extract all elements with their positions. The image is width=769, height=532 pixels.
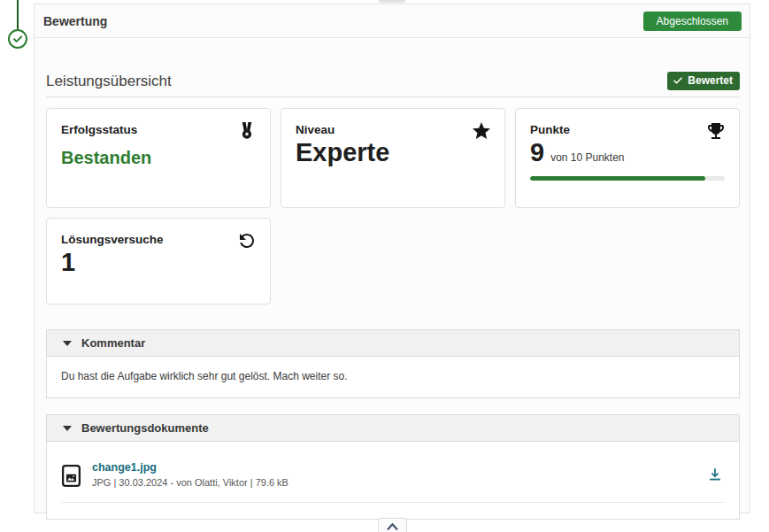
- rated-badge: Bewertet: [667, 72, 740, 90]
- download-icon[interactable]: [705, 466, 725, 485]
- panel-header: Bewertung Abgeschlossen: [35, 4, 750, 38]
- attempts-value: 1: [61, 248, 256, 277]
- documents-expansion: Bewertungsdokumente: [46, 414, 740, 520]
- file-row: change1.jpg JPG | 30.03.2024 - von Olatt…: [61, 451, 725, 502]
- card-label: Niveau: [296, 123, 490, 136]
- panel-title: Bewertung: [43, 14, 107, 28]
- card-label: Punkte: [530, 123, 725, 136]
- caret-down-icon: [63, 341, 72, 346]
- star-icon: [471, 120, 492, 142]
- status-badge: Abgeschlossen: [643, 12, 742, 31]
- chevron-up-icon: [387, 522, 398, 530]
- step-check-icon[interactable]: [7, 28, 28, 50]
- card-loesungsversuche: Lösungsversuche 1: [46, 218, 271, 305]
- file-meta: JPG | 30.03.2024 - von Olatti, Viktor | …: [92, 477, 288, 488]
- scroll-top-button[interactable]: [378, 518, 407, 532]
- comment-expansion: Kommentar Du hast die Aufgabe wirklich s…: [46, 329, 740, 398]
- card-label: Erfolgsstatus: [61, 123, 256, 136]
- points-value: 9: [530, 138, 544, 167]
- card-erfolgsstatus: Erfolgsstatus Bestanden: [46, 108, 271, 208]
- card-niveau: Niveau Experte: [281, 108, 505, 208]
- comment-text: Du hast die Aufgabe wirklich sehr gut ge…: [47, 357, 739, 397]
- documents-expansion-header[interactable]: Bewertungsdokumente: [46, 414, 740, 442]
- comment-expansion-header[interactable]: Kommentar: [46, 329, 740, 357]
- trophy-icon: [705, 120, 727, 142]
- comment-title: Kommentar: [81, 336, 145, 350]
- niveau-value: Experte: [296, 138, 490, 167]
- card-punkte: Punkte 9 von 10 Punkten: [515, 108, 740, 208]
- documents-title: Bewertungsdokumente: [81, 421, 209, 435]
- section-title: Leistungsübersicht: [46, 73, 172, 90]
- erfolgsstatus-value: Bestanden: [61, 148, 256, 168]
- medal-icon: [236, 120, 258, 142]
- bewertung-panel: Bewertung Abgeschlossen Leistungsübersic…: [34, 4, 750, 513]
- section-head: Leistungsübersicht Bewertet: [46, 72, 740, 97]
- check-icon: [673, 75, 683, 86]
- points-progress-fill: [530, 176, 705, 181]
- file-link[interactable]: change1.jpg: [92, 461, 288, 474]
- points-progress-track: [530, 176, 725, 181]
- caret-down-icon: [63, 426, 72, 431]
- timeline-connector: [17, 0, 19, 29]
- card-label: Lösungsversuche: [61, 233, 256, 246]
- image-file-icon: [61, 464, 81, 488]
- retry-icon: [236, 230, 258, 251]
- rated-badge-label: Bewertet: [688, 74, 733, 87]
- scroll-button-partial[interactable]: [379, 0, 405, 3]
- points-suffix: von 10 Punkten: [550, 151, 624, 164]
